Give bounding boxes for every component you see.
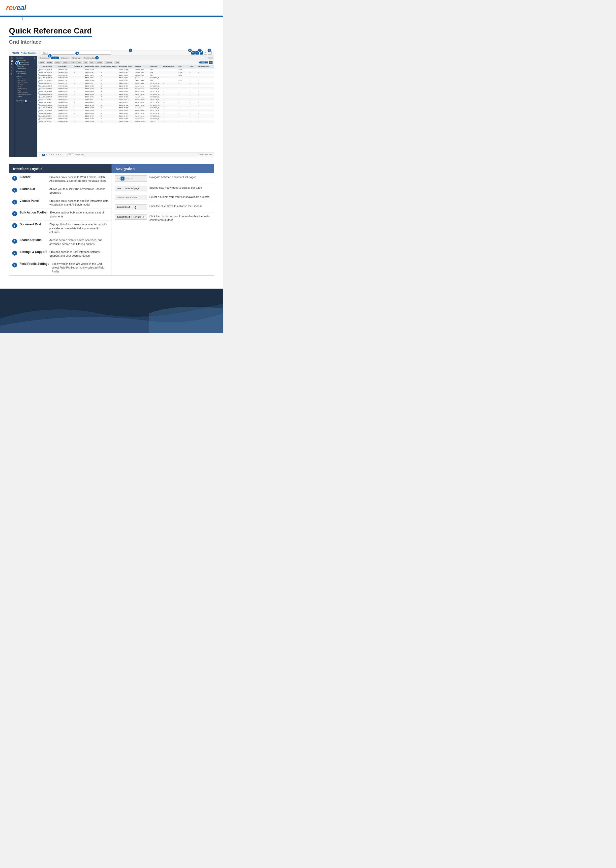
layout-row-5: 5 Document Grid Displays list of documen… <box>9 221 112 236</box>
nav-desc-pagination: Navigate between document list pages <box>149 175 196 179</box>
table-row: ViewDEMO-024015DEMO-024015–DEMO-02401579… <box>37 96 214 99</box>
mock-folder-icon[interactable]: 📁 <box>11 60 13 62</box>
mock-sidebar-people[interactable]: › People <box>16 86 35 88</box>
table-row: ViewDEMO-024081DEMO-024082–DEMO-02408199… <box>37 112 214 115</box>
badge-7: 7 <box>198 48 202 53</box>
mock-body: ☷ 📁 🔍 ✏ 🏷 ⚙ FOLDERS ↺ ⋯ ❮ › Work Folders… <box>9 56 214 157</box>
layout-badge-1: 1 <box>12 176 17 181</box>
mock-chart-icon[interactable]: ✏ <box>11 66 13 69</box>
layout-desc-7: Provides access to user interface settin… <box>49 250 108 258</box>
layout-name-1: Sidebar <box>20 175 47 179</box>
badge-1: 1 <box>16 61 20 66</box>
mock-sidebar-icons-strip: ☷ 📁 🔍 ✏ 🏷 ⚙ <box>9 56 15 157</box>
table-row: ViewDEMO-013911DEMO-013913–DEMO-01391391… <box>37 77 214 79</box>
layout-name-5: Document Grid <box>20 223 47 226</box>
mock-sidebar-tags[interactable]: › Tags <box>16 90 35 92</box>
quick-ref-title: Quick Reference Card <box>9 26 92 37</box>
nav-row-collapse: FOLDERS ↺ ⋯ ❮ Click the blue arrow to co… <box>112 202 214 212</box>
nav-desc-project-select: Select a project from your list of avail… <box>149 195 209 199</box>
mock-sidebar-assignments[interactable]: › Assignments <box>16 73 35 75</box>
mock-sidebar-annotations[interactable]: › Annotations <box>16 78 35 80</box>
nav-desc-refresh: Click the circular arrows to refresh eit… <box>149 215 211 222</box>
layout-row-7: 7 Settings & Support Provides access to … <box>9 248 112 260</box>
mock-sidebar-reviewed[interactable]: › Reviewed Status <box>16 92 35 94</box>
mock-doc-count: 📄 40,492 <box>206 57 212 59</box>
mock-sidebar-filters-header: FILTERS <box>16 76 35 77</box>
layout-row-2: 2 Search Bar Allows you to quickly run K… <box>9 185 112 197</box>
mock-sidebar-formats[interactable]: › Formats <box>16 84 35 86</box>
layout-row-3: 3 Visuals Panel Provides quick access to… <box>9 197 112 209</box>
mock-sidebar-searches[interactable]: › Searches <box>16 66 35 67</box>
navigation-section: Navigation « ‹ 1 2 3 › » Navigate betwee… <box>112 164 215 276</box>
mock-tab-grid[interactable]: ☷ Grid <box>51 57 59 59</box>
mock-tag-icon[interactable]: 🏷 <box>11 70 13 72</box>
table-row: ViewDEMO-030387DEMO-030390–DEMO-03038693… <box>37 120 214 123</box>
layout-desc-5: Displays list of documents in tabular fo… <box>49 223 108 234</box>
mock-sidebar-doc-status[interactable]: › Document Status <box>16 82 35 84</box>
mock-tab-heatmap[interactable]: ☷ Heatmap <box>71 57 82 59</box>
table-row: ViewDEMO-024084DEMO-024084–DEMO-02408478… <box>37 115 214 118</box>
mock-btn-export[interactable]: Export <box>69 61 76 64</box>
mock-footer-count: 1 - 500 of 40492 items <box>198 154 212 155</box>
mock-sidebar-assignments-header: ASSIGNMENTS <box>16 71 35 72</box>
layout-badge-5: 5 <box>12 223 17 228</box>
nav-example-collapse: FOLDERS ↺ ⋯ ❮ <box>115 204 147 210</box>
footer-wave-section <box>0 289 223 333</box>
layout-desc-8: Specify which fields are visible in the … <box>52 262 108 273</box>
mock-gear-icon[interactable]: ⚙ <box>11 73 13 75</box>
table-row: ViewDEMO-024007DEMO-024007–DEMO-02400790… <box>37 88 214 90</box>
badge-2: 2 <box>48 53 52 58</box>
mock-logo: reveal <box>12 52 19 54</box>
layout-desc-2: Allows you to quickly run Keyword or Con… <box>49 187 108 195</box>
mock-sidebar-folders-header: FOLDERS ↺ ⋯ ❮ <box>16 57 35 59</box>
layout-desc-1: Provides quick access to Work Folders, B… <box>49 175 108 183</box>
layout-badge-7: 7 <box>12 251 17 256</box>
mock-btn-delete[interactable]: Delete <box>114 61 120 64</box>
mock-sidebar: FOLDERS ↺ ⋯ ❮ › Work Folders › Document … <box>15 56 37 157</box>
footer-wave-svg <box>0 289 223 333</box>
mock-sidebar-entities[interactable]: › Entities <box>16 96 35 98</box>
layout-badge-2: 2 <box>12 188 17 193</box>
mock-dash-icon[interactable]: ☷ <box>11 57 13 59</box>
mock-btn-print[interactable]: Print <box>76 61 82 64</box>
mock-tabs-bar: ☷ Dashboard ☷ Grid ☷ Clusters ☷ Heatmap … <box>37 56 214 60</box>
mock-sidebar-work-folders[interactable]: › Work Folders <box>16 60 35 61</box>
layout-desc-6: Access search history, saved searches, a… <box>49 238 108 246</box>
mock-btn-sample[interactable]: Sample <box>61 61 69 64</box>
layout-row-1: 1 Sidebar Provides quick access to Work … <box>9 173 112 185</box>
badge-6: 6 <box>188 48 192 53</box>
layout-name-8: Field Profile Settings <box>20 262 49 265</box>
mock-sidebar-admin-views[interactable]: › Admin Views <box>16 67 35 69</box>
mock-refresh-icon[interactable]: ↻ <box>204 51 207 55</box>
nav-example-refresh: FOLDERS ↺ 📄 40,492 ↺ <box>115 215 147 220</box>
mock-btn-transcribe[interactable]: Transcribe <box>104 61 113 64</box>
grid-interface-subtitle: Grid Interface <box>9 39 214 45</box>
mock-sidebar-priv-tags[interactable]: › Privileged Tags <box>16 88 35 90</box>
mock-btn-translate[interactable]: Translate <box>95 61 104 64</box>
mock-btn-label[interactable]: Label <box>83 61 88 64</box>
app-mockup: reveal Product Education ⌄ ⚙ ☷ ⋯ ↻ ✕ ☷ 📁 <box>9 50 214 157</box>
badge-4: 4 <box>95 55 99 60</box>
mock-grid-rows: ViewDEMO-013426DEMO-013426–DEMO-013425DE… <box>37 68 214 152</box>
mock-sidebar-dedup[interactable]: › Deduplication <box>16 80 35 82</box>
mock-sidebar-emotional[interactable]: › Emotional Intelligence <box>16 94 35 96</box>
mock-btn-default[interactable]: Default ⌄ <box>200 61 208 63</box>
layout-row-6: 6 Search Options Access search history, … <box>9 236 112 248</box>
badge-5: 5 <box>128 48 133 53</box>
mock-field-settings-btn[interactable]: ⚙ <box>209 61 212 64</box>
mock-project-name: Product Education <box>21 52 36 54</box>
mock-btn-ocr[interactable]: OCR <box>89 61 94 64</box>
badge-8: 8 <box>207 48 212 53</box>
mock-search-icon[interactable]: 🔍 <box>11 63 13 66</box>
mock-btn-assign[interactable]: Assign <box>54 61 61 64</box>
mock-tab-clusters[interactable]: ☷ Clusters <box>60 57 70 59</box>
table-row: ViewDEMO-024068DEMO-024068–DEMO-02406835… <box>37 104 214 107</box>
mock-btn-update[interactable]: Update <box>38 61 46 64</box>
layout-badge-4: 4 <box>12 211 17 216</box>
mock-btn-lineage[interactable]: Lineage <box>46 61 53 64</box>
layout-desc-4: Execute various bulk actions against a s… <box>50 211 108 218</box>
navigation-header: Navigation <box>112 164 214 173</box>
table-row: ViewDEMO-024075DEMO-024075–DEMO-02407592… <box>37 109 214 112</box>
mock-grid-footer: «‹ 1 2345678910 ›» ● 500 ⌄ items per pag… <box>37 152 214 157</box>
header: reveal <box>0 0 223 16</box>
